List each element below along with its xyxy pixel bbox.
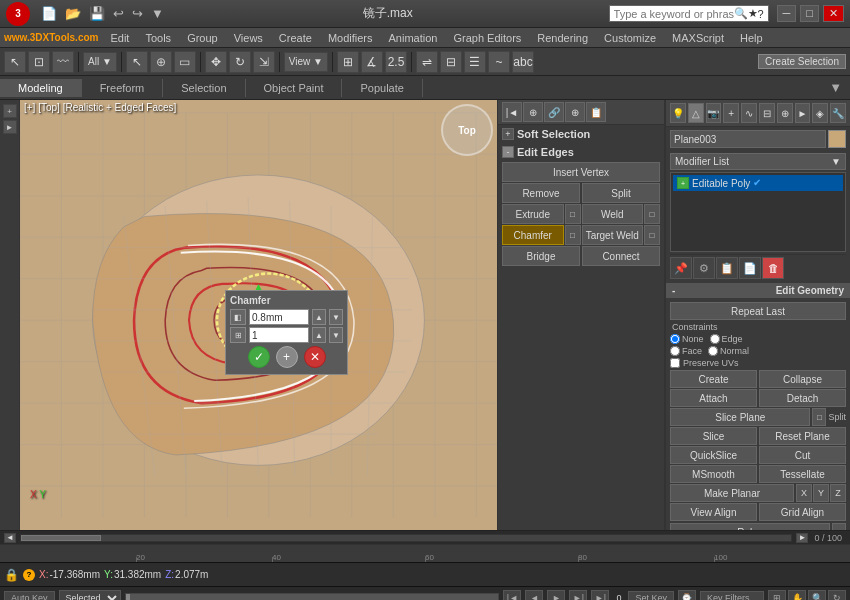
object-name-input[interactable] [670, 130, 826, 148]
rp-icon-light[interactable]: 💡 [670, 103, 686, 123]
detach-btn[interactable]: Detach [759, 389, 846, 407]
make-planar-btn[interactable]: Make Planar [670, 484, 794, 502]
cp-icon-nav1[interactable]: |◄ [502, 102, 522, 122]
scroll-left-btn[interactable]: ◄ [4, 533, 16, 543]
slice-plane-btn[interactable]: Slice Plane [670, 408, 810, 426]
scroll-thumb[interactable] [21, 535, 101, 541]
select-obj-btn[interactable]: ↖ [126, 51, 148, 73]
tab-modeling[interactable]: Modeling [0, 79, 82, 97]
chamfer-ok-btn[interactable]: ✓ [248, 346, 270, 368]
edit-edges-expand-btn[interactable]: - [502, 146, 514, 158]
chamfer-seg-up[interactable]: ▲ [312, 327, 326, 343]
search-icon[interactable]: 🔍 [734, 7, 748, 20]
curve-btn[interactable]: ~ [488, 51, 510, 73]
relax-btn[interactable]: Relax [670, 523, 830, 530]
scale-btn[interactable]: ⇲ [253, 51, 275, 73]
msmooth-btn[interactable]: MSmooth [670, 465, 757, 483]
chamfer-settings-btn[interactable]: □ [565, 225, 581, 245]
cp-icon-nav5[interactable]: 📋 [586, 102, 606, 122]
restore-btn[interactable]: □ [800, 5, 819, 22]
preserve-uvs-chk[interactable]: Preserve UVs [670, 358, 846, 368]
move-btn[interactable]: ✥ [205, 51, 227, 73]
vp-pan-btn[interactable]: ✋ [788, 590, 806, 601]
target-weld-btn[interactable]: Target Weld [582, 225, 644, 245]
tab-more-icon[interactable]: ▼ [821, 77, 850, 98]
redo-title-btn[interactable]: ↪ [129, 5, 146, 22]
select-region-btn[interactable]: ⊡ [28, 51, 50, 73]
goto-start-btn[interactable]: |◄ [503, 590, 521, 601]
vp-orbit-btn[interactable]: ↻ [828, 590, 846, 601]
quickslice-btn[interactable]: QuickSlice [670, 446, 757, 464]
create-btn[interactable]: Create [670, 370, 757, 388]
rp-icon-geometry[interactable]: △ [688, 103, 704, 123]
rp-icon-utilities[interactable]: 🔧 [830, 103, 846, 123]
rp-icon-space[interactable]: ∿ [741, 103, 757, 123]
cp-icon-nav3[interactable]: 🔗 [544, 102, 564, 122]
search-input[interactable] [614, 8, 734, 20]
rp-icon-motion[interactable]: ► [795, 103, 811, 123]
tab-freeform[interactable]: Freeform [82, 79, 164, 97]
play-btn[interactable]: ► [547, 590, 565, 601]
menu-modifiers[interactable]: Modifiers [320, 31, 381, 45]
window-buttons[interactable]: ─ □ ✕ [777, 5, 844, 22]
constraint-face-radio[interactable]: Face [670, 346, 702, 356]
rp-icon-modifier[interactable]: ⊟ [759, 103, 775, 123]
edit-edges-toggle[interactable]: - Edit Edges [502, 145, 660, 159]
menu-views[interactable]: Views [226, 31, 271, 45]
close-btn[interactable]: ✕ [823, 5, 844, 22]
search-box[interactable]: 🔍 ★ ? [609, 5, 769, 22]
target-weld-settings-btn[interactable]: □ [644, 225, 660, 245]
grid-align-btn[interactable]: Grid Align [759, 503, 846, 521]
help-icon[interactable]: ? [758, 8, 764, 20]
soft-selection-toggle[interactable]: + Soft Selection [502, 127, 660, 141]
help-icon-status[interactable]: ? [23, 569, 35, 581]
save-btn[interactable]: 💾 [86, 5, 108, 22]
menu-maxscript[interactable]: MAXScript [664, 31, 732, 45]
chamfer-add-btn[interactable]: + [276, 346, 298, 368]
rotate-btn[interactable]: ↻ [229, 51, 251, 73]
freeform-btn[interactable]: 〰 [52, 51, 74, 73]
menu-customize[interactable]: Customize [596, 31, 664, 45]
vp-left-btn1[interactable]: + [3, 104, 17, 118]
scroll-track[interactable] [20, 534, 792, 542]
menu-help[interactable]: Help [732, 31, 771, 45]
ribbon-btn[interactable]: abc [512, 51, 534, 73]
extrude-settings-btn[interactable]: □ [565, 204, 581, 224]
vp-maximize-btn[interactable]: ⊞ [768, 590, 786, 601]
weld-btn[interactable]: Weld [582, 204, 644, 224]
vp-zoom-btn[interactable]: 🔍 [808, 590, 826, 601]
tab-populate[interactable]: Populate [342, 79, 422, 97]
constraint-edge-radio[interactable]: Edge [710, 334, 743, 344]
file-buttons[interactable]: 📄 📂 💾 ↩ ↪ ▼ [38, 5, 167, 22]
extrude-btn[interactable]: Extrude [502, 204, 564, 224]
auto-key-btn[interactable]: Auto Key [4, 591, 55, 601]
y-btn[interactable]: Y [813, 484, 829, 502]
chamfer-icon1[interactable]: ◧ [230, 309, 246, 325]
menu-create[interactable]: Create [271, 31, 320, 45]
lock-icon[interactable]: 🔒 [4, 568, 19, 582]
x-btn[interactable]: X [796, 484, 812, 502]
chamfer-btn[interactable]: Chamfer [502, 225, 564, 245]
set-key-btn[interactable]: Set Key [628, 591, 674, 601]
chamfer-spinner-up[interactable]: ▲ [312, 309, 326, 325]
scroll-right-btn[interactable]: ► [796, 533, 808, 543]
soft-sel-expand-btn[interactable]: + [502, 128, 514, 140]
slice-btn[interactable]: Slice [670, 427, 757, 445]
relax-chk[interactable]: □ [832, 523, 846, 530]
snap-toggle-btn[interactable]: ⊞ [337, 51, 359, 73]
repeat-last-btn[interactable]: Repeat Last [670, 302, 846, 320]
reset-plane-btn[interactable]: Reset Plane [759, 427, 846, 445]
chamfer-icon2[interactable]: ⊞ [230, 327, 246, 343]
rp-icon-camera[interactable]: 📷 [706, 103, 722, 123]
view-align-btn[interactable]: View Align [670, 503, 757, 521]
tab-selection[interactable]: Selection [163, 79, 245, 97]
z-btn[interactable]: Z [830, 484, 846, 502]
chamfer-value-input[interactable] [249, 309, 309, 325]
align-btn[interactable]: ⊟ [440, 51, 462, 73]
menu-graph-editors[interactable]: Graph Editors [445, 31, 529, 45]
constraint-normal-radio[interactable]: Normal [708, 346, 749, 356]
rp-icon-hierarchy[interactable]: ⊕ [777, 103, 793, 123]
modifier-list-dropdown[interactable]: Modifier List ▼ [670, 153, 846, 170]
cp-icon-nav4[interactable]: ⊕ [565, 102, 585, 122]
collapse-btn[interactable]: Collapse [759, 370, 846, 388]
